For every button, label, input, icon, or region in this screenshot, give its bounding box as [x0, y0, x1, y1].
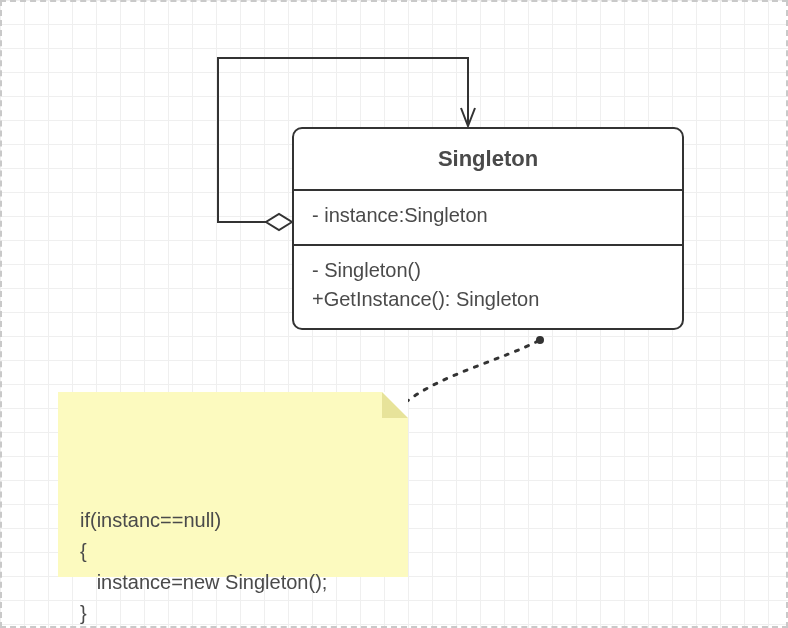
diagram-canvas: Singleton - instance:Singleton - Singlet…	[0, 0, 788, 628]
note-code-text: if(instanc==null) { instance=new Singlet…	[80, 505, 386, 628]
operation-constructor: - Singleton()	[312, 256, 664, 285]
operation-getinstance: +GetInstance(): Singleton	[312, 285, 664, 314]
note-fold-icon	[382, 392, 408, 418]
uml-class-singleton: Singleton - instance:Singleton - Singlet…	[292, 127, 684, 330]
svg-point-1	[536, 336, 544, 344]
attribute-instance: - instance:Singleton	[312, 201, 664, 230]
code-note: if(instanc==null) { instance=new Singlet…	[58, 392, 408, 577]
class-attributes: - instance:Singleton	[294, 189, 682, 244]
svg-marker-0	[266, 214, 292, 230]
class-operations: - Singleton() +GetInstance(): Singleton	[294, 244, 682, 328]
class-name: Singleton	[294, 129, 682, 189]
note-link-connector	[406, 336, 544, 402]
